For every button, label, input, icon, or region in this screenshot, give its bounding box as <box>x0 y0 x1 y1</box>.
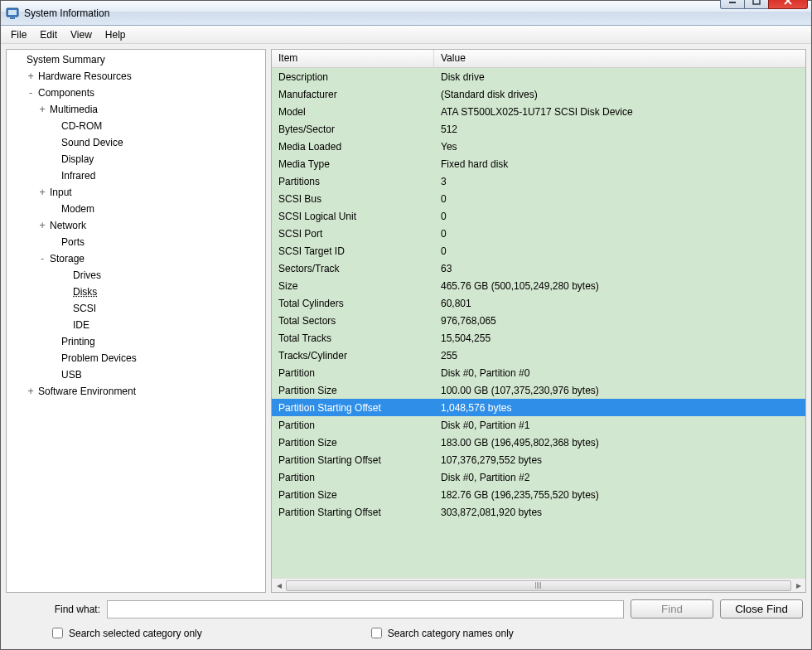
table-row[interactable]: Partition Starting Offset107,376,279,552… <box>272 451 805 468</box>
table-row[interactable]: Manufacturer(Standard disk drives) <box>272 85 805 103</box>
tree-node[interactable]: SCSI <box>10 300 262 317</box>
scroll-left-icon[interactable]: ◂ <box>272 579 286 593</box>
table-row[interactable]: PartitionDisk #0, Partition #1 <box>272 416 805 434</box>
table-row[interactable]: Tracks/Cylinder255 <box>272 347 805 364</box>
tree-node-label[interactable]: SCSI <box>71 300 98 317</box>
menu-view[interactable]: View <box>64 27 99 42</box>
find-button[interactable]: Find <box>631 599 713 618</box>
tree-node-label[interactable]: Disks <box>71 284 99 300</box>
tree-node[interactable]: +Hardware Resources <box>10 68 262 85</box>
expand-icon[interactable]: + <box>25 383 36 400</box>
table-row[interactable]: Total Sectors976,768,065 <box>272 312 805 329</box>
expand-icon[interactable]: + <box>25 68 36 85</box>
table-row[interactable]: Size465.76 GB (500,105,249,280 bytes) <box>272 277 805 294</box>
tree-node[interactable]: USB <box>10 366 262 383</box>
tree-node-label[interactable]: Drives <box>71 267 103 284</box>
chk-category-names-box[interactable] <box>371 628 382 638</box>
menu-file[interactable]: File <box>4 27 33 42</box>
tree-node-label[interactable]: USB <box>60 366 84 383</box>
h-scrollbar[interactable]: ◂ ▸ <box>272 578 805 592</box>
tree-node-label[interactable]: Sound Device <box>60 134 125 151</box>
tree-node-label[interactable]: Problem Devices <box>60 350 138 366</box>
col-header-value[interactable]: Value <box>434 50 805 67</box>
chk-selected-category-box[interactable] <box>52 628 63 638</box>
expand-icon[interactable]: + <box>36 101 48 118</box>
expand-icon[interactable]: + <box>36 217 48 234</box>
collapse-icon[interactable]: - <box>36 250 48 267</box>
tree-node[interactable]: Modem <box>10 201 262 217</box>
tree-node-label[interactable]: Software Environment <box>36 383 138 400</box>
table-row[interactable]: Bytes/Sector512 <box>272 120 805 138</box>
tree-node[interactable]: System Summary <box>10 51 262 68</box>
tree-node[interactable]: Printing <box>10 333 262 350</box>
chk-category-names[interactable]: Search category names only <box>368 625 514 641</box>
table-row[interactable]: PartitionDisk #0, Partition #0 <box>272 364 805 381</box>
menu-edit[interactable]: Edit <box>33 27 64 42</box>
tree-node-label[interactable]: Display <box>60 151 95 167</box>
table-row[interactable]: Media TypeFixed hard disk <box>272 155 805 172</box>
minimize-button[interactable] <box>720 0 745 9</box>
tree-node-label[interactable]: Storage <box>48 250 86 267</box>
table-row[interactable]: Partition Size100.00 GB (107,375,230,976… <box>272 381 805 399</box>
tree-node[interactable]: -Components <box>10 85 262 101</box>
table-row[interactable]: Partition Starting Offset1,048,576 bytes <box>272 399 805 416</box>
table-header[interactable]: Item Value <box>272 50 805 68</box>
close-find-button[interactable]: Close Find <box>720 599 803 618</box>
scroll-right-icon[interactable]: ▸ <box>791 579 805 593</box>
find-input[interactable] <box>107 600 624 618</box>
table-body[interactable]: DescriptionDisk driveManufacturer(Standa… <box>272 68 805 578</box>
tree-node[interactable]: Display <box>10 151 262 167</box>
close-button[interactable] <box>768 0 808 9</box>
tree-node-label[interactable]: Components <box>36 85 96 101</box>
tree-node[interactable]: +Network <box>10 217 262 234</box>
table-row[interactable]: SCSI Target ID0 <box>272 242 805 260</box>
tree-node-label[interactable]: Hardware Resources <box>36 68 133 85</box>
table-row[interactable]: PartitionDisk #0, Partition #2 <box>272 468 805 486</box>
tree-node-label[interactable]: IDE <box>71 317 91 333</box>
table-row[interactable]: Sectors/Track63 <box>272 260 805 277</box>
menu-help[interactable]: Help <box>99 27 133 42</box>
table-row[interactable]: SCSI Bus0 <box>272 190 805 207</box>
expand-icon[interactable]: + <box>36 184 48 201</box>
tree-node[interactable]: Sound Device <box>10 134 262 151</box>
tree-node-label[interactable]: Printing <box>60 333 97 350</box>
table-row[interactable]: Total Cylinders60,801 <box>272 294 805 312</box>
table-row[interactable]: Partitions3 <box>272 172 805 190</box>
collapse-icon[interactable]: - <box>25 85 36 101</box>
tree-node-label[interactable]: Modem <box>60 201 96 217</box>
maximize-button[interactable] <box>744 0 769 9</box>
tree-node[interactable]: +Software Environment <box>10 383 262 400</box>
tree-node-label[interactable]: Network <box>48 217 88 234</box>
col-header-item[interactable]: Item <box>272 50 434 67</box>
tree-node[interactable]: -Storage <box>10 250 262 267</box>
table-row[interactable]: Partition Starting Offset303,872,081,920… <box>272 503 805 521</box>
tree-node-label[interactable]: CD-ROM <box>60 118 104 134</box>
tree-node-label[interactable]: System Summary <box>25 51 107 68</box>
tree-node-label[interactable]: Multimedia <box>48 101 99 118</box>
scroll-track[interactable] <box>286 579 791 593</box>
tree-node-label[interactable]: Ports <box>60 234 86 250</box>
tree-node[interactable]: Infrared <box>10 167 262 184</box>
table-row[interactable]: SCSI Logical Unit0 <box>272 207 805 225</box>
table-row[interactable]: DescriptionDisk drive <box>272 68 805 85</box>
tree-node-label[interactable]: Infrared <box>60 167 97 184</box>
scroll-thumb[interactable] <box>286 580 791 591</box>
titlebar[interactable]: System Information <box>1 1 811 26</box>
tree-node[interactable]: Problem Devices <box>10 350 262 366</box>
table-row[interactable]: Media LoadedYes <box>272 138 805 155</box>
tree-node[interactable]: +Multimedia <box>10 101 262 118</box>
table-row[interactable]: ModelATA ST500LX025-1U717 SCSI Disk Devi… <box>272 103 805 120</box>
tree-node[interactable]: Drives <box>10 267 262 284</box>
table-row[interactable]: Partition Size183.00 GB (196,495,802,368… <box>272 434 805 451</box>
chk-selected-category[interactable]: Search selected category only <box>49 625 202 641</box>
table-row[interactable]: Total Tracks15,504,255 <box>272 329 805 347</box>
tree-node[interactable]: Disks <box>10 284 262 300</box>
tree-node[interactable]: +Input <box>10 184 262 201</box>
tree-node-label[interactable]: Input <box>48 184 74 201</box>
tree-node[interactable]: Ports <box>10 234 262 250</box>
table-row[interactable]: Partition Size182.76 GB (196,235,755,520… <box>272 486 805 503</box>
category-tree[interactable]: System Summary+Hardware Resources-Compon… <box>7 50 265 401</box>
tree-node[interactable]: IDE <box>10 317 262 333</box>
tree-node[interactable]: CD-ROM <box>10 118 262 134</box>
table-row[interactable]: SCSI Port0 <box>272 225 805 242</box>
